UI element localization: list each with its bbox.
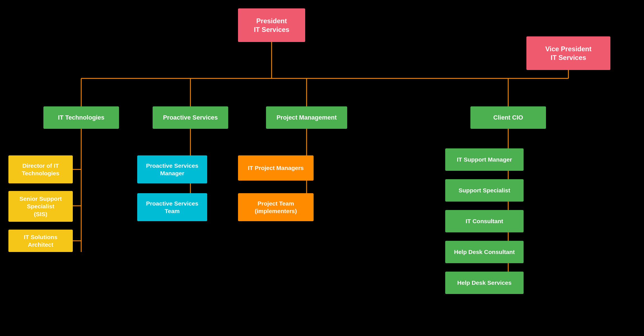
president-node: PresidentIT Services	[238, 8, 305, 42]
proactive-services-team-node: Proactive ServicesTeam	[137, 193, 207, 221]
help-desk-consultant-node: Help Desk Consultant	[445, 241, 524, 263]
it-consultant-node: IT Consultant	[445, 210, 524, 232]
client-cio-node: Client CIO	[470, 106, 546, 129]
support-specialist-node: Support Specialist	[445, 179, 524, 202]
dir-it-tech-node: Director of ITTechnologies	[8, 155, 73, 183]
vp-node: Vice PresidentIT Services	[526, 36, 610, 70]
it-project-managers-node: IT Project Managers	[238, 155, 314, 181]
project-team-node: Project Team(implementers)	[238, 193, 314, 221]
proactive-services-node: Proactive Services	[153, 106, 228, 129]
project-management-node: Project Management	[266, 106, 347, 129]
proactive-services-manager-node: Proactive ServicesManager	[137, 155, 207, 183]
org-chart: PresidentIT Services Vice PresidentIT Se…	[0, 0, 644, 336]
help-desk-services-node: Help Desk Services	[445, 272, 524, 294]
it-support-manager-node: IT Support Manager	[445, 148, 524, 171]
it-technologies-node: IT Technologies	[43, 106, 119, 129]
senior-support-node: Senior SupportSpecialist(SIS)	[8, 191, 73, 222]
it-solutions-architect-node: IT Solutions Architect	[8, 230, 73, 252]
